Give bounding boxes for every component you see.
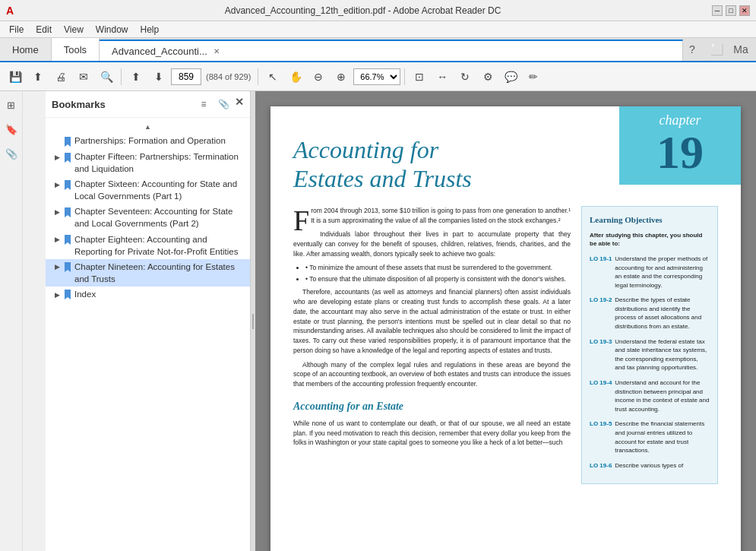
bookmarks-list: ▲ Partnerships: Formation and Operation …: [46, 118, 250, 551]
toolbar-separator-2: [258, 68, 258, 85]
page-count: (884 of 929): [203, 72, 254, 81]
close-button[interactable]: ✕: [739, 5, 750, 16]
bookmark-toggle-ch18[interactable]: ▶: [52, 235, 62, 245]
tab-tools[interactable]: Tools: [52, 38, 100, 61]
toolbar: 💾 ⬆ 🖨 ✉ 🔍 ⬆ ⬇ (884 of 929) ↖ ✋ ⊖ ⊕ 66.7%…: [0, 62, 756, 91]
para-4: Although many of the complex legal rules…: [293, 360, 571, 389]
upload-button[interactable]: ⬆: [27, 66, 49, 87]
zoom-out-button[interactable]: ⊖: [308, 66, 329, 87]
minimize-button[interactable]: ─: [712, 5, 723, 16]
scroll-up-arrow[interactable]: ▲: [144, 122, 153, 131]
learning-objectives-box: Learning Objectives After studying this …: [581, 206, 718, 485]
bookmark-label-index: Index: [74, 288, 96, 300]
more-tab[interactable]: Ma: [732, 40, 750, 59]
lo-num-5: LO 19-5: [590, 420, 612, 454]
bookmark-toggle-ch15[interactable]: ▶: [52, 152, 62, 163]
bookmark-toggle-ch19[interactable]: ▶: [52, 262, 62, 273]
bookmark-icon-ch18: [62, 234, 73, 246]
email-button[interactable]: ✉: [73, 66, 94, 87]
lo-item-6: LO 19-6 Describe various types of: [590, 461, 710, 470]
expand-all-button[interactable]: ≡: [195, 96, 212, 112]
share-icon[interactable]: ⬜: [707, 40, 726, 59]
bookmark-toggle-ch16[interactable]: ▶: [52, 179, 62, 190]
pdf-area[interactable]: chapter 19 Accounting forEstates and Tru…: [255, 91, 756, 551]
save-button[interactable]: 💾: [5, 66, 26, 87]
close-bookmarks-button[interactable]: ✕: [235, 96, 244, 112]
bookmark-item-ch16[interactable]: ▶ Chapter Sixteen: Accounting for State …: [46, 176, 250, 204]
tools-button[interactable]: ⚙: [477, 66, 498, 87]
fit-width-button[interactable]: ↔: [432, 66, 453, 87]
bookmark-item-ch19[interactable]: ▶ Chapter Nineteen: Accounting for Estat…: [46, 259, 250, 287]
menu-window[interactable]: Window: [90, 23, 134, 36]
zoom-selector[interactable]: 66.7%: [353, 68, 400, 85]
lo-num-3: LO 19-3: [590, 337, 612, 372]
restore-button[interactable]: □: [726, 5, 736, 16]
attachments-icon[interactable]: 📎: [2, 144, 21, 163]
body-text: F rom 2004 through 2013, some $10 trilli…: [293, 206, 718, 485]
bookmark-item-ch15[interactable]: ▶ Chapter Fifteen: Partnerships: Termina…: [46, 149, 250, 176]
lo-subtitle: After studying this chapter, you should …: [590, 231, 710, 249]
lo-item-2: LO 19-2 Describe the types of estate dis…: [590, 296, 710, 331]
text-col-left: F rom 2004 through 2013, some $10 trilli…: [293, 206, 571, 485]
chapter-number: 19: [627, 128, 733, 176]
zoom-in-button[interactable]: ⊕: [331, 66, 352, 87]
bookmark-item-index[interactable]: ▶ Index: [46, 287, 250, 302]
lo-text-1: Understand the proper methods of account…: [615, 255, 710, 290]
page-number-input[interactable]: [171, 68, 201, 85]
rotate-button[interactable]: ↻: [454, 66, 476, 87]
bullet-item-1: To minimize the amount of these assets t…: [305, 264, 571, 273]
hand-tool-button[interactable]: ✋: [285, 66, 306, 87]
bookmark-icon-ch19: [62, 261, 73, 274]
para-1-text: rom 2004 through 2013, some $10 trillion…: [311, 207, 571, 224]
lo-text-3: Understand the federal estate tax and st…: [615, 337, 710, 372]
bookmark-icon: [62, 135, 73, 147]
menu-edit[interactable]: Edit: [30, 23, 58, 36]
lo-num-4: LO 19-4: [590, 378, 612, 413]
lo-item-1: LO 19-1 Understand the proper methods of…: [590, 255, 710, 290]
toolbar-separator-1: [121, 68, 122, 85]
chapter-badge: chapter 19: [619, 106, 741, 185]
title-bar: A Advanced_Accounting_12th_edition.pdf -…: [0, 0, 756, 21]
next-page-button[interactable]: ⬇: [148, 66, 169, 87]
drop-cap: F: [293, 206, 311, 232]
main-area: ⊞ 🔖 📎 Bookmarks ≡ 📎 ✕ ▲ Partnerships:: [0, 91, 756, 551]
menu-bar: File Edit View Window Help: [0, 21, 756, 38]
bookmarks-panel-icon[interactable]: 🔖: [2, 120, 21, 138]
bookmark-label: Partnerships: Formation and Operation: [74, 135, 226, 147]
print-button[interactable]: 🖨: [50, 66, 71, 87]
help-icon[interactable]: ?: [683, 40, 701, 59]
para-5: While none of us want to contemplate our…: [293, 419, 571, 448]
app-logo: A: [6, 5, 14, 17]
bookmark-icon-index: [62, 289, 73, 301]
bookmark-item-formations[interactable]: Partnerships: Formation and Operation: [46, 133, 250, 149]
pen-button[interactable]: ✏: [523, 66, 544, 87]
para-2: Individuals labor throughout their lives…: [293, 230, 571, 258]
comment-button[interactable]: 💬: [500, 66, 521, 87]
lo-item-3: LO 19-3 Understand the federal estate ta…: [590, 337, 710, 372]
tab-close-button[interactable]: ✕: [214, 47, 220, 55]
menu-file[interactable]: File: [3, 23, 30, 36]
bookmarks-header: Bookmarks ≡ 📎 ✕: [46, 91, 250, 118]
tab-home[interactable]: Home: [0, 38, 52, 61]
bookmark-options-button[interactable]: 📎: [215, 96, 232, 112]
bookmark-item-ch17[interactable]: ▶ Chapter Seventeen: Accounting for Stat…: [46, 204, 250, 231]
lo-num-1: LO 19-1: [590, 255, 612, 290]
bookmark-toggle-index[interactable]: ▶: [52, 290, 62, 300]
menu-view[interactable]: View: [58, 23, 90, 36]
pointer-tool-button[interactable]: ↖: [262, 66, 283, 87]
bookmark-label-ch15: Chapter Fifteen: Partnerships: Terminati…: [74, 150, 247, 175]
search-button[interactable]: 🔍: [96, 66, 117, 87]
prev-page-button[interactable]: ⬆: [125, 66, 147, 87]
bookmark-item-ch18[interactable]: ▶ Chapter Eighteen: Accounting and Repor…: [46, 232, 250, 259]
text-col-right: Learning Objectives After studying this …: [581, 206, 718, 485]
bookmark-toggle-ch17[interactable]: ▶: [52, 207, 62, 217]
lo-text-2: Describe the types of estate distributio…: [615, 296, 710, 331]
lo-item-5: LO 19-5 Describe the financial statement…: [590, 420, 710, 454]
page-thumbnails-icon[interactable]: ⊞: [2, 96, 21, 114]
window-controls: ─ □ ✕: [712, 5, 750, 16]
toolbar-separator-3: [404, 68, 405, 85]
fit-page-button[interactable]: ⊡: [409, 66, 430, 87]
bookmark-label-ch17: Chapter Seventeen: Accounting for State …: [74, 205, 247, 230]
menu-help[interactable]: Help: [134, 23, 166, 36]
tab-document[interactable]: Advanced_Accounti... ✕: [100, 40, 683, 61]
